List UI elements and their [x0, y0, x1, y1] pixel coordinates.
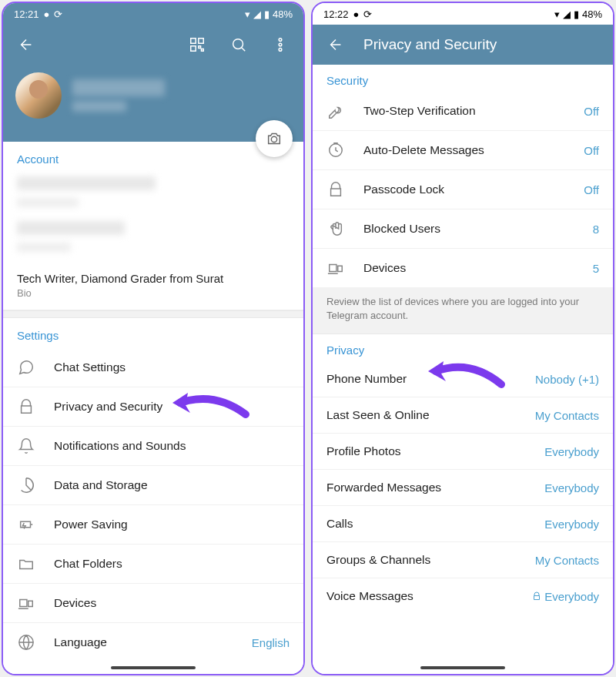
item-label: Two-Step Verification: [363, 104, 565, 118]
settings-item-language[interactable]: Language English: [3, 622, 303, 662]
avatar[interactable]: [15, 72, 62, 119]
privacy-item-groups-channels[interactable]: Groups & Channels My Contacts: [313, 541, 613, 578]
privacy-item-profile-photos[interactable]: Profile Photos Everybody: [313, 433, 613, 469]
settings-item-power-saving[interactable]: Power Saving: [3, 504, 303, 544]
settings-item-chat-settings[interactable]: Chat Settings: [3, 348, 303, 387]
item-value: English: [252, 636, 290, 649]
more-button[interactable]: [266, 31, 294, 59]
settings-content: Account Tech Writer, Diamond Grader from…: [3, 142, 303, 674]
status-bar: 12:22 ● ⟳ ▾ ◢ ▮ 48%: [313, 3, 613, 25]
privacy-item-calls[interactable]: Calls Everybody: [313, 505, 613, 541]
globe-icon: [17, 634, 35, 651]
search-button[interactable]: [225, 31, 253, 59]
privacy-content: Security Two-Step Verification Off Auto-…: [313, 65, 613, 674]
back-button[interactable]: [12, 31, 40, 59]
item-value: Nobody (+1): [535, 373, 599, 386]
item-label: Passcode Lock: [363, 183, 565, 196]
wifi-icon: ▾: [554, 8, 560, 20]
item-label: Devices: [363, 261, 574, 275]
item-label: Language: [54, 635, 233, 649]
camera-fab[interactable]: [256, 120, 293, 157]
svg-point-0: [279, 39, 282, 42]
page-title: Privacy and Security: [363, 36, 604, 53]
status-bar: 12:21 ● ⟳ ▾ ◢ ▮ 48%: [3, 3, 303, 25]
battery-icon: [17, 516, 35, 533]
security-item-devices[interactable]: Devices 5: [313, 248, 613, 287]
hand-icon: [326, 220, 345, 237]
blurred-row: [17, 198, 79, 207]
profile-header: [3, 25, 303, 142]
status-time: 12:21: [14, 8, 39, 20]
bio-row[interactable]: Tech Writer, Diamond Grader from Surat B…: [3, 264, 303, 310]
security-section-header: Security: [313, 65, 613, 92]
item-label: Profile Photos: [326, 444, 401, 458]
item-value: Everybody: [544, 445, 599, 458]
devices-icon: [17, 595, 35, 612]
battery-icon: ▮: [574, 8, 579, 20]
status-time: 12:22: [323, 8, 349, 20]
privacy-screen: 12:22 ● ⟳ ▾ ◢ ▮ 48% Privacy and Security…: [311, 2, 614, 675]
item-value: 8: [593, 223, 599, 236]
battery-pct: 48%: [582, 8, 602, 20]
item-value: 5: [593, 262, 599, 275]
settings-item-privacy-and-security[interactable]: Privacy and Security: [3, 387, 303, 426]
svg-point-2: [279, 49, 282, 52]
bio-label: Bio: [17, 287, 290, 299]
item-value: My Contacts: [535, 409, 599, 422]
profile-status-blurred: [72, 101, 126, 112]
bell-icon: [17, 437, 35, 454]
header: Privacy and Security: [313, 25, 613, 65]
item-value: Everybody: [544, 481, 599, 494]
lock-icon: [17, 398, 35, 415]
timer-icon: [326, 142, 345, 159]
item-label: Power Saving: [54, 518, 290, 531]
item-label: Chat Folders: [54, 557, 290, 571]
qr-button[interactable]: [183, 31, 211, 59]
item-label: Last Seen & Online: [326, 408, 430, 422]
security-item-blocked-users[interactable]: Blocked Users 8: [313, 209, 613, 248]
item-label: Groups & Channels: [326, 553, 430, 567]
battery-pct: 48%: [273, 8, 293, 20]
devices-icon: [326, 260, 345, 276]
home-indicator: [111, 666, 196, 669]
security-item-two-step-verification[interactable]: Two-Step Verification Off: [313, 92, 613, 130]
settings-item-devices[interactable]: Devices: [3, 583, 303, 622]
bio-text: Tech Writer, Diamond Grader from Surat: [17, 272, 290, 285]
item-label: Notifications and Sounds: [54, 439, 290, 453]
chat-bubble-icon: [17, 359, 35, 376]
pie-icon: [17, 477, 35, 494]
item-label: Voice Messages: [326, 589, 413, 603]
item-label: Privacy and Security: [54, 400, 290, 414]
privacy-item-voice-messages[interactable]: Voice Messages Everybody: [313, 578, 613, 614]
item-label: Forwarded Messages: [326, 481, 441, 494]
item-label: Auto-Delete Messages: [363, 143, 565, 157]
back-button[interactable]: [322, 31, 350, 59]
settings-item-chat-folders[interactable]: Chat Folders: [3, 544, 303, 583]
item-label: Calls: [326, 517, 353, 531]
item-label: Data and Storage: [54, 478, 290, 492]
signal-icon: ◢: [253, 8, 261, 20]
settings-item-data-and-storage[interactable]: Data and Storage: [3, 465, 303, 504]
item-value: Everybody: [544, 518, 599, 531]
settings-item-notifications-and-sounds[interactable]: Notifications and Sounds: [3, 426, 303, 465]
battery-icon: ▮: [264, 8, 270, 20]
key-icon: [326, 102, 345, 119]
privacy-item-forwarded-messages[interactable]: Forwarded Messages Everybody: [313, 469, 613, 505]
privacy-section-header: Privacy: [313, 334, 613, 361]
item-value: Off: [584, 105, 599, 118]
svg-point-1: [279, 43, 282, 46]
item-value: Off: [584, 183, 599, 196]
privacy-item-last-seen-online[interactable]: Last Seen & Online My Contacts: [313, 397, 613, 433]
folder-icon: [17, 555, 35, 572]
divider: [3, 310, 303, 318]
signal-icon: ◢: [563, 8, 571, 20]
item-value: Everybody: [532, 590, 599, 603]
chat-status-icon: ●: [353, 8, 360, 20]
settings-section-header: Settings: [3, 318, 303, 348]
chat-status-icon: ●: [44, 8, 50, 20]
privacy-item-phone-number[interactable]: Phone Number Nobody (+1): [313, 361, 613, 397]
security-item-passcode-lock[interactable]: Passcode Lock Off: [313, 169, 613, 209]
item-label: Phone Number: [326, 372, 407, 386]
security-item-auto-delete-messages[interactable]: Auto-Delete Messages Off: [313, 130, 613, 169]
settings-screen: 12:21 ● ⟳ ▾ ◢ ▮ 48%: [2, 2, 305, 675]
